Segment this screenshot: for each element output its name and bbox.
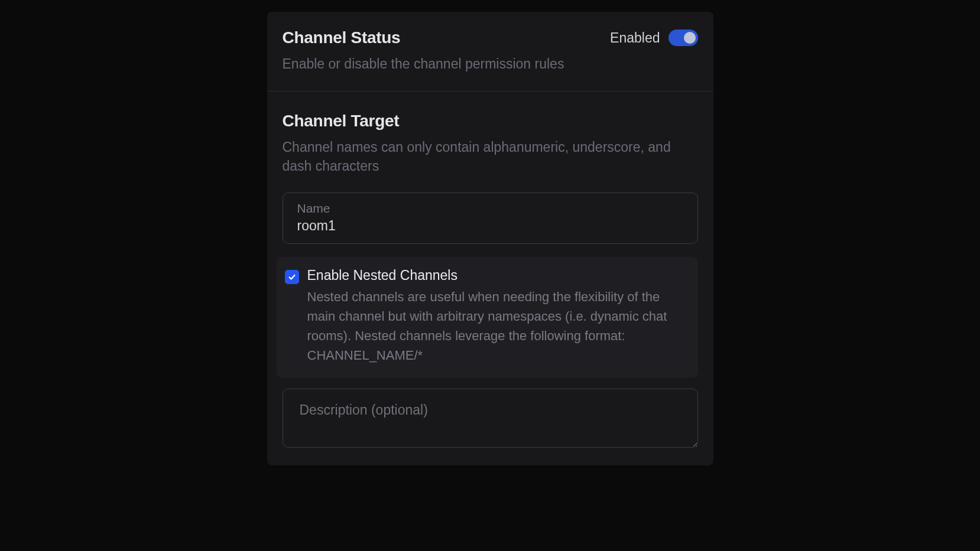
nested-title: Enable Nested Channels	[307, 268, 686, 283]
channel-target-subtitle: Channel names can only contain alphanume…	[283, 138, 698, 175]
status-toggle-group: Enabled	[610, 30, 697, 46]
toggle-knob-icon	[684, 32, 696, 44]
status-toggle-label: Enabled	[610, 30, 660, 46]
channel-status-section: Channel Status Enabled Enable or disable…	[267, 12, 713, 92]
name-field-box: Name	[283, 193, 698, 244]
channel-status-subtitle: Enable or disable the channel permission…	[283, 54, 698, 73]
status-header-row: Channel Status Enabled	[283, 28, 698, 47]
description-textarea[interactable]	[283, 389, 697, 447]
nested-content: Enable Nested Channels Nested channels a…	[307, 268, 686, 365]
name-field-label: Name	[297, 201, 683, 216]
name-input[interactable]	[297, 218, 683, 234]
check-icon	[288, 273, 296, 281]
nested-checkbox[interactable]	[285, 270, 299, 284]
channel-status-title: Channel Status	[283, 28, 401, 47]
nested-description: Nested channels are useful when needing …	[307, 287, 686, 365]
settings-panel: Channel Status Enabled Enable or disable…	[267, 12, 713, 465]
nested-channels-box: Enable Nested Channels Nested channels a…	[277, 257, 698, 378]
status-toggle[interactable]	[669, 30, 698, 46]
description-field-box	[283, 389, 698, 448]
channel-target-title: Channel Target	[283, 112, 698, 131]
channel-target-section: Channel Target Channel names can only co…	[267, 92, 713, 465]
